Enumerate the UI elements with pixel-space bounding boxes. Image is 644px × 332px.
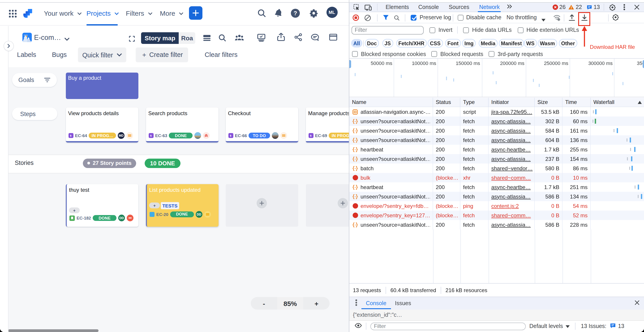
svg-text:?: ? (294, 10, 297, 17)
